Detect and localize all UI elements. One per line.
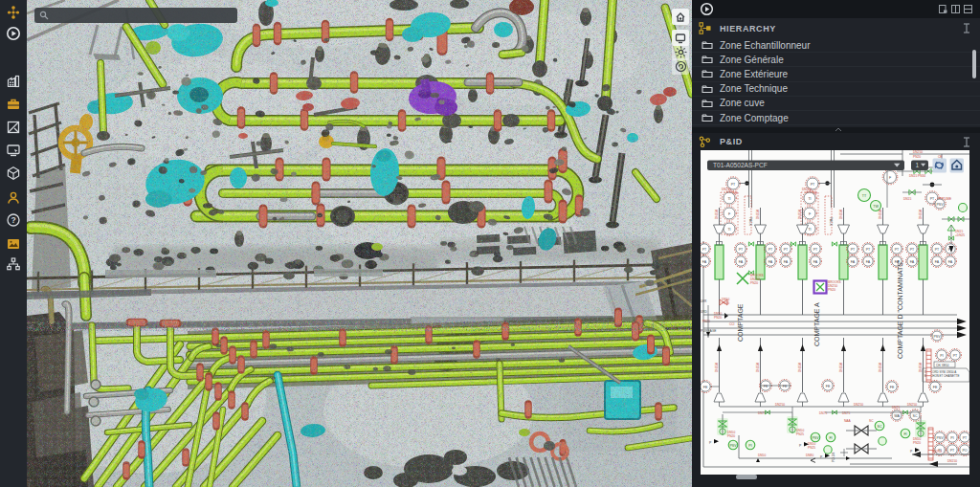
svg-text:FA: FA [739, 260, 744, 264]
svg-text:DN250: DN250 [839, 210, 843, 219]
svg-text:COMPTAGE: COMPTAGE [737, 303, 744, 342]
svg-text:PN20: PN20 [714, 316, 722, 320]
svg-text:DN250: DN250 [756, 210, 760, 219]
svg-text:DN250: DN250 [932, 450, 942, 454]
svg-text:PT: PT [731, 183, 736, 187]
svg-text:1: 1 [916, 162, 920, 168]
svg-text:PI: PI [748, 444, 751, 448]
svg-text:CH. VE50: CH. VE50 [936, 364, 949, 367]
svg-text:FA: FA [866, 260, 871, 264]
svg-text:DN250: DN250 [919, 210, 923, 219]
svg-text:FA: FA [702, 260, 707, 264]
svg-text:COMPTAGE A: COMPTAGE A [813, 302, 820, 346]
svg-text:FE: FE [783, 385, 788, 388]
svg-text:FE: FE [703, 386, 708, 389]
svg-text:DN250: DN250 [907, 403, 917, 407]
svg-text:FA: FA [768, 260, 773, 264]
svg-text:PT: PT [851, 248, 856, 252]
svg-text:DN75: DN75 [758, 411, 766, 415]
svg-text:PO: PO [962, 449, 967, 453]
svg-text:DN250: DN250 [798, 363, 802, 372]
svg-text:DN250: DN250 [854, 403, 863, 407]
svg-text:PSV: PSV [933, 335, 941, 339]
svg-text:SC: SC [913, 414, 918, 418]
svg-text:FA: FA [935, 260, 940, 264]
svg-text:PSV: PSV [812, 436, 819, 440]
svg-text:TI: TI [808, 228, 811, 232]
svg-text:DN50: DN50 [758, 454, 766, 457]
svg-text:PN20: PN20 [727, 434, 735, 438]
svg-text:DN250: DN250 [715, 210, 719, 219]
svg-text:CCI: CCI [729, 322, 735, 326]
svg-text:NAA: NAA [844, 419, 851, 423]
svg-text:FE: FE [764, 385, 768, 388]
svg-text:DN250: DN250 [756, 363, 760, 372]
svg-text:PI: PI [950, 436, 953, 440]
svg-text:LER: LER [701, 299, 707, 303]
svg-text:DN250: DN250 [798, 210, 802, 219]
svg-text:PUISSAGE: PUISSAGE [701, 329, 716, 333]
svg-text:TI: TI [727, 197, 730, 201]
svg-text:PT: PT [910, 248, 915, 252]
svg-text:PT: PT [953, 354, 958, 358]
svg-text:TI: TI [808, 197, 811, 201]
svg-text:PT: PT [895, 248, 900, 252]
svg-text:PT: PT [930, 197, 935, 201]
svg-text:PD 3/4: PD 3/4 [832, 453, 835, 462]
svg-text:PT: PT [739, 248, 744, 252]
svg-text:FE: FE [933, 386, 938, 389]
svg-text:FA: FA [948, 260, 953, 264]
svg-text:+DN25: +DN25 [955, 233, 965, 237]
svg-text:DN250: DN250 [775, 403, 785, 407]
svg-text:P: P [910, 450, 913, 454]
svg-text:SC: SC [878, 425, 882, 429]
svg-text:SC: SC [869, 419, 874, 423]
svg-text:?: ? [11, 215, 15, 225]
svg-text:PI: PI [940, 354, 943, 358]
svg-text:PT: PT [950, 449, 955, 453]
svg-text:T01-A0502AS-PCF: T01-A0502AS-PCF [713, 162, 768, 168]
svg-text:DN250: DN250 [879, 210, 882, 219]
svg-text:WA: WA [894, 414, 900, 418]
svg-text:URD: URD [701, 310, 708, 314]
svg-text:DN250: DN250 [913, 150, 923, 154]
svg-text:PACK: PACK [748, 217, 752, 227]
svg-text:FA: FA [784, 260, 789, 264]
svg-text:PT: PT [813, 248, 818, 252]
svg-text:DN80: DN80 [806, 454, 813, 457]
svg-text:PT: PT [768, 248, 773, 252]
svg-text:TW: TW [873, 205, 879, 209]
svg-text:DN15 PN34: DN15 PN34 [909, 174, 925, 178]
svg-text:FA: FA [813, 260, 818, 264]
svg-text:PSV: PSV [936, 203, 944, 207]
svg-text:DN75: DN75 [842, 411, 850, 415]
svg-text:PN25: PN25 [808, 446, 815, 450]
svg-text:FE: FE [826, 385, 831, 388]
svg-text:DN75: DN75 [819, 411, 827, 415]
svg-text:DN150: DN150 [947, 459, 957, 463]
svg-text:PN25: PN25 [796, 432, 804, 436]
svg-text:FI: FI [903, 432, 906, 436]
svg-text:PN20: PN20 [828, 288, 835, 292]
svg-text:FI: FI [829, 436, 832, 440]
svg-text:DN250: DN250 [715, 363, 719, 372]
svg-text:PT: PT [784, 248, 789, 252]
svg-text:FA: FA [851, 260, 856, 264]
svg-text:PSV: PSV [936, 436, 944, 440]
svg-text:DN250: DN250 [919, 363, 923, 372]
svg-text:TI: TI [727, 228, 730, 232]
svg-text:PSV: PSV [729, 444, 737, 448]
svg-text:PT: PT [866, 248, 871, 252]
svg-text:DN75: DN75 [892, 406, 900, 410]
svg-text:DN15: DN15 [903, 197, 911, 201]
svg-text:PT: PT [702, 248, 707, 252]
svg-text:DN250: DN250 [879, 363, 882, 372]
svg-text:PT: PT [935, 248, 940, 252]
svg-text:P: P [709, 441, 712, 445]
svg-text:PN20: PN20 [913, 441, 921, 445]
svg-text:DN250: DN250 [839, 363, 843, 372]
svg-text:PN20: PN20 [913, 155, 921, 159]
svg-text:FA: FA [910, 260, 915, 264]
svg-text:PN20: PN20 [750, 281, 758, 285]
svg-text:FE: FE [890, 386, 895, 389]
